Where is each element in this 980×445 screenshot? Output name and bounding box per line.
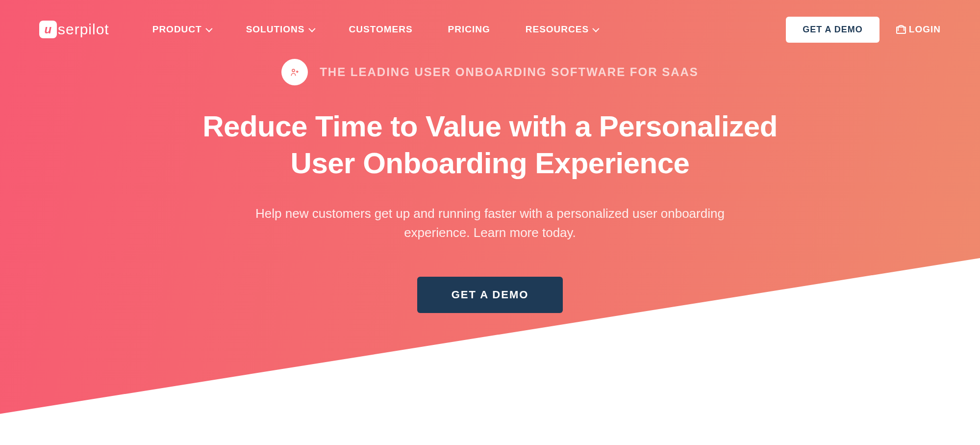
person-arrow-icon [290, 67, 300, 77]
brand-mark: u [39, 21, 57, 38]
login-link[interactable]: LOGIN [896, 24, 941, 35]
chevron-down-icon [308, 26, 315, 32]
eyebrow-badge-icon [281, 59, 308, 85]
chevron-down-icon [592, 26, 599, 32]
nav-item-solutions[interactable]: SOLUTIONS [246, 24, 314, 35]
lock-icon [896, 25, 904, 34]
nav-links: PRODUCT SOLUTIONS CUSTOMERS PRICING RESO… [152, 24, 598, 35]
nav-item-label: RESOURCES [526, 24, 589, 35]
get-a-demo-nav-button[interactable]: GET A DEMO [786, 17, 879, 43]
chevron-down-icon [205, 26, 212, 32]
get-a-demo-hero-button[interactable]: GET A DEMO [417, 277, 563, 313]
nav-item-label: CUSTOMERS [349, 24, 413, 35]
nav-item-pricing[interactable]: PRICING [448, 24, 490, 35]
hero-section: THE LEADING USER ONBOARDING SOFTWARE FOR… [0, 47, 980, 313]
hero-subtext: Help new customers get up and running fa… [245, 204, 735, 242]
nav-item-label: PRODUCT [152, 24, 202, 35]
nav-item-label: PRICING [448, 24, 490, 35]
hero-headline: Reduce Time to Value with a Personalized… [196, 108, 784, 182]
nav-item-label: SOLUTIONS [246, 24, 305, 35]
nav-item-product[interactable]: PRODUCT [152, 24, 211, 35]
hero-eyebrow-row: THE LEADING USER ONBOARDING SOFTWARE FOR… [0, 59, 980, 85]
brand-wordmark: serpilot [58, 21, 109, 38]
top-navigation: userpilot PRODUCT SOLUTIONS CUSTOMERS PR… [0, 0, 980, 47]
nav-item-customers[interactable]: CUSTOMERS [349, 24, 413, 35]
hero-eyebrow-text: THE LEADING USER ONBOARDING SOFTWARE FOR… [320, 65, 699, 79]
brand-logo[interactable]: userpilot [39, 21, 109, 38]
login-label: LOGIN [909, 24, 941, 35]
svg-point-0 [292, 69, 295, 72]
nav-item-resources[interactable]: RESOURCES [526, 24, 598, 35]
nav-right-actions: GET A DEMO LOGIN [786, 17, 941, 43]
